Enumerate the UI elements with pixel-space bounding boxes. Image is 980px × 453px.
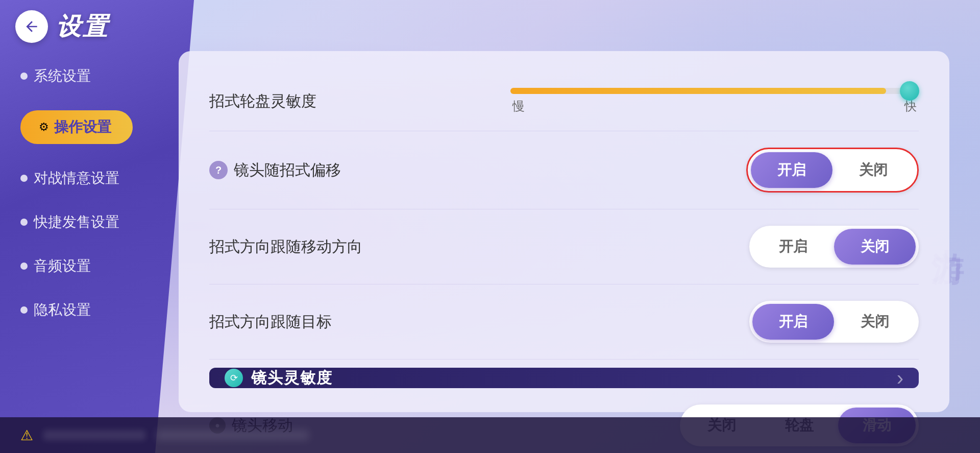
skill-sensitivity-label: 招式轮盘灵敏度 (209, 91, 413, 112)
skill-dir-move-control: 开启 关闭 (749, 226, 919, 268)
skill-dir-move-label: 招式方向跟随移动方向 (209, 236, 413, 257)
sidebar-item-video[interactable]: 音频设置 (20, 256, 133, 276)
bottom-text-1 (43, 430, 145, 440)
slider-thumb[interactable] (900, 81, 919, 101)
sidebar-item-system[interactable]: 系统设置 (20, 66, 133, 86)
section-arrow-icon: › (897, 368, 903, 388)
sidebar-nav: 系统设置 ⚙ 操作设置 对战情意设置 快捷发售设置 音频设置 隐私设置 (20, 66, 133, 320)
slider-fill (510, 88, 886, 94)
warning-icon: ⚠ (20, 427, 33, 444)
skill-dir-move-on-btn[interactable]: 开启 (752, 229, 834, 265)
camera-sensitivity-section: ⟳ 镜头灵敏度 › (209, 368, 919, 388)
nav-dot-privacy (20, 306, 28, 314)
operation-icon: ⚙ (39, 121, 49, 134)
skill-dir-target-toggle-group: 开启 关闭 (749, 301, 919, 343)
skill-dir-target-on-btn[interactable]: 开启 (752, 304, 834, 340)
nav-dot-quick (20, 219, 28, 226)
skill-dir-move-off-btn[interactable]: 关闭 (834, 229, 916, 265)
sidebar-item-quick[interactable]: 快捷发售设置 (20, 212, 133, 232)
skill-sensitivity-row: 招式轮盘灵敏度 慢 快 (209, 71, 919, 131)
camera-offset-label: ? 镜头随招式偏移 (209, 160, 413, 181)
back-icon (23, 18, 40, 35)
sidebar-item-label-video: 音频设置 (34, 256, 91, 276)
skill-dir-move-row: 招式方向跟随移动方向 开启 关闭 (209, 209, 919, 284)
bottom-text-2 (156, 430, 309, 440)
camera-offset-off-btn[interactable]: 关闭 (832, 152, 914, 188)
slider-min-label: 慢 (512, 98, 525, 114)
sidebar-item-label-battle: 对战情意设置 (34, 169, 119, 188)
section-icon: ⟳ (225, 369, 243, 387)
section-title: 镜头灵敏度 (251, 368, 333, 388)
camera-offset-toggle-group: 开启 关闭 (746, 148, 919, 193)
skill-dir-move-toggle-group: 开启 关闭 (749, 226, 919, 268)
skill-dir-target-row: 招式方向跟随目标 开启 关闭 (209, 284, 919, 360)
bottom-bar: ⚠ (0, 417, 980, 453)
camera-offset-on-btn[interactable]: 开启 (751, 152, 832, 188)
sidebar-item-label-quick: 快捷发售设置 (34, 212, 119, 232)
sidebar-item-label-operation: 操作设置 (54, 117, 111, 137)
main-panel: 招式轮盘灵敏度 慢 快 ? 镜头随招式偏移 开启 关闭 (179, 51, 949, 412)
help-icon[interactable]: ? (209, 161, 228, 179)
skill-dir-target-off-btn[interactable]: 关闭 (834, 304, 916, 340)
sidebar-item-privacy[interactable]: 隐私设置 (20, 300, 133, 320)
camera-offset-control: 开启 关闭 (746, 148, 919, 193)
header: 设置 (15, 10, 109, 43)
nav-dot-video (20, 263, 28, 270)
sidebar-item-operation[interactable]: ⚙ 操作设置 (20, 110, 133, 144)
camera-offset-row: ? 镜头随招式偏移 开启 关闭 (209, 131, 919, 209)
slider-track[interactable] (510, 88, 919, 94)
slider-container: 慢 快 (510, 88, 919, 114)
skill-dir-target-label: 招式方向跟随目标 (209, 312, 413, 332)
sidebar-item-battle[interactable]: 对战情意设置 (20, 169, 133, 188)
nav-dot (20, 73, 28, 80)
skill-sensitivity-control: 慢 快 (510, 88, 919, 114)
sidebar-item-label-system: 系统设置 (34, 66, 91, 86)
nav-dot-battle (20, 175, 28, 182)
sidebar-item-label-privacy: 隐私设置 (34, 300, 91, 320)
back-button[interactable] (15, 10, 48, 43)
slider-labels: 慢 快 (510, 98, 919, 114)
page-title: 设置 (56, 10, 109, 43)
skill-dir-target-control: 开启 关闭 (749, 301, 919, 343)
